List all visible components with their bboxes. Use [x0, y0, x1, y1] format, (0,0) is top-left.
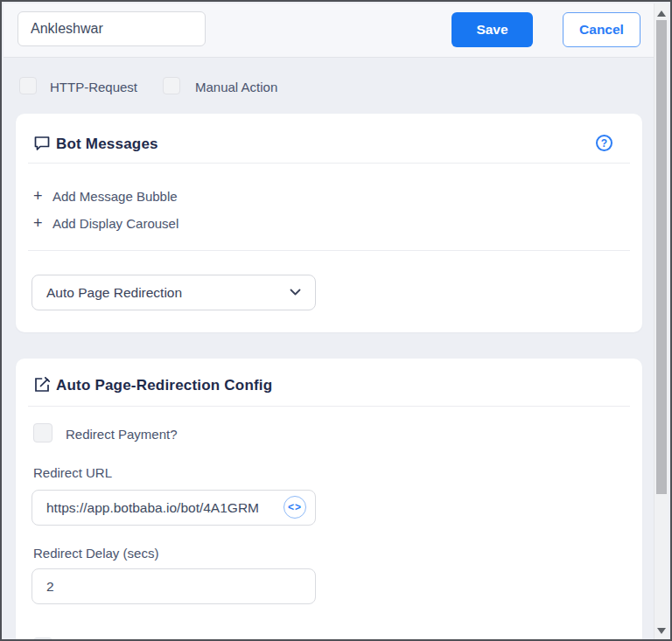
save-button[interactable]: Save — [452, 12, 533, 47]
edit-icon — [33, 376, 51, 394]
message-type-select[interactable]: Auto Page Redirection — [32, 275, 316, 310]
redirect-payment-checkbox[interactable] — [33, 423, 52, 442]
redirect-delay-input[interactable] — [32, 568, 316, 604]
cancel-button[interactable]: Cancel — [563, 12, 640, 47]
add-message-bubble-button[interactable]: + Add Message Bubble — [33, 187, 178, 206]
redirect-url-label: Redirect URL — [33, 465, 112, 480]
add-display-carousel-label: Add Display Carousel — [52, 216, 178, 231]
code-variable-icon[interactable]: <> — [284, 496, 306, 519]
plus-icon: + — [33, 214, 52, 233]
scrollbar-thumb[interactable] — [656, 20, 667, 494]
plus-icon: + — [33, 187, 52, 206]
divider — [28, 406, 630, 407]
http-request-label: HTTP-Request — [50, 80, 137, 94]
message-type-selected-value: Auto Page Redirection — [46, 285, 290, 301]
chevron-down-icon — [290, 289, 301, 296]
top-bar: Save Cancel — [4, 3, 657, 58]
node-name-input[interactable] — [18, 11, 206, 46]
bot-messages-card: Bot Messages ? + Add Message Bubble + Ad… — [16, 114, 642, 332]
partial-checkbox[interactable] — [33, 638, 52, 641]
manual-action-label: Manual Action — [195, 80, 277, 94]
add-display-carousel-button[interactable]: + Add Display Carousel — [33, 214, 178, 233]
add-message-bubble-label: Add Message Bubble — [52, 189, 178, 204]
http-request-checkbox[interactable] — [19, 77, 37, 94]
redirect-url-input[interactable] — [32, 490, 316, 526]
auto-page-redirection-card: Auto Page-Redirection Config Redirect Pa… — [16, 359, 642, 641]
manual-action-checkbox[interactable] — [163, 77, 180, 94]
chat-bubble-icon — [33, 135, 51, 152]
bot-messages-title: Bot Messages — [56, 136, 158, 153]
vertical-scrollbar[interactable] — [654, 3, 668, 641]
divider — [28, 250, 630, 251]
node-editor-panel: Save Cancel HTTP-Request Manual Action B… — [0, 0, 672, 641]
scroll-up-icon[interactable] — [657, 10, 666, 17]
help-icon[interactable]: ? — [596, 135, 612, 151]
scroll-down-icon[interactable] — [657, 628, 666, 634]
divider — [28, 163, 630, 164]
auto-page-redirection-title: Auto Page-Redirection Config — [56, 377, 272, 394]
redirect-delay-label: Redirect Delay (secs) — [33, 546, 158, 561]
redirect-payment-label: Redirect Payment? — [66, 427, 178, 442]
